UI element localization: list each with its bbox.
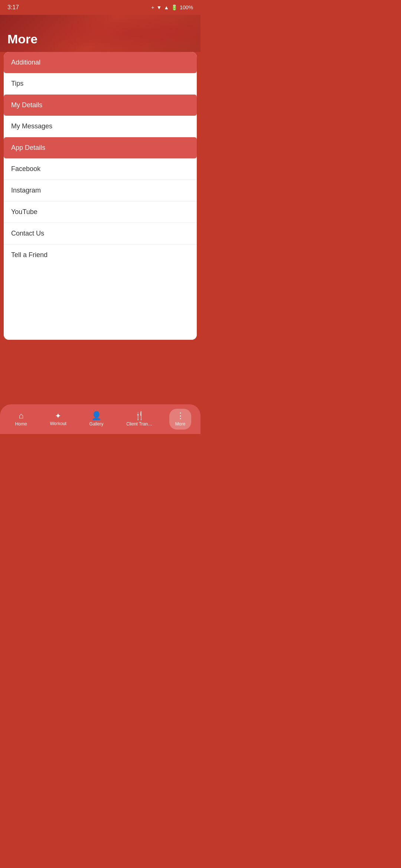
home-icon: ⌂	[19, 412, 23, 420]
nav-label-workout: Workout	[50, 421, 66, 426]
wifi-icon: ▼	[156, 4, 162, 10]
menu-item-my-messages[interactable]: My Messages	[4, 116, 197, 137]
status-icons: + ▼ ▲ 🔋 100%	[151, 4, 193, 10]
menu-item-facebook[interactable]: Facebook	[4, 158, 197, 180]
workout-icon: ✦	[55, 412, 61, 420]
more-icon: ⋮	[176, 412, 185, 420]
status-time: 3:17	[7, 4, 19, 11]
client-tran-icon: 🍴	[134, 412, 144, 420]
status-bar: 3:17 + ▼ ▲ 🔋 100%	[0, 0, 200, 15]
nav-item-client-tran[interactable]: 🍴 Client Tran…	[120, 409, 158, 430]
menu-item-my-details[interactable]: My Details	[4, 95, 197, 116]
page-title: More	[7, 32, 38, 46]
nav-label-more: More	[175, 421, 185, 427]
nav-item-workout[interactable]: ✦ Workout	[44, 409, 72, 429]
bluetooth-icon: +	[151, 4, 154, 10]
signal-icon: ▲	[164, 4, 169, 10]
nav-label-home: Home	[15, 421, 27, 427]
menu-item-youtube[interactable]: YouTube	[4, 201, 197, 223]
menu-item-instagram[interactable]: Instagram	[4, 180, 197, 201]
nav-label-gallery: Gallery	[89, 421, 104, 427]
header: More	[0, 15, 200, 52]
gallery-icon: 👤	[91, 412, 101, 420]
nav-item-more[interactable]: ⋮ More	[169, 409, 191, 430]
menu-item-app-details[interactable]: App Details	[4, 137, 197, 158]
menu-item-tell-a-friend[interactable]: Tell a Friend	[4, 244, 197, 266]
battery-level: 100%	[180, 4, 193, 10]
empty-space	[4, 266, 197, 340]
menu-item-tips[interactable]: Tips	[4, 73, 197, 95]
menu-card: Additional Tips My Details My Messages A…	[4, 52, 197, 340]
menu-item-additional[interactable]: Additional	[4, 52, 197, 73]
battery-icon: 🔋	[171, 4, 177, 10]
bottom-nav: ⌂ Home ✦ Workout 👤 Gallery 🍴 Client Tran…	[0, 404, 200, 434]
nav-item-gallery[interactable]: 👤 Gallery	[84, 409, 110, 430]
nav-label-client-tran: Client Tran…	[126, 421, 152, 427]
nav-item-home[interactable]: ⌂ Home	[9, 409, 33, 430]
menu-item-contact-us[interactable]: Contact Us	[4, 223, 197, 244]
